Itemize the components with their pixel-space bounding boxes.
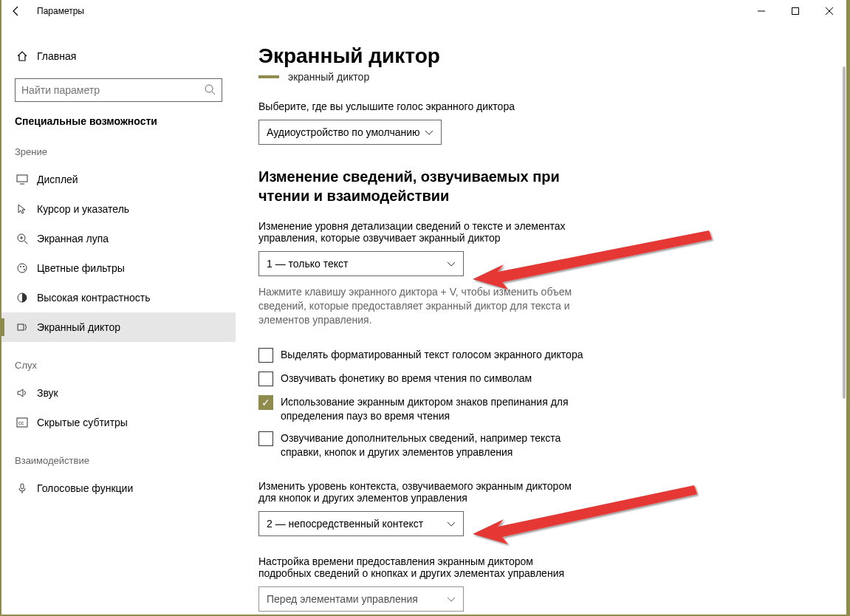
trailing-text: экранный диктор <box>288 71 369 83</box>
svg-text:cc: cc <box>18 420 24 425</box>
sidebar-item-narrator[interactable]: Экранный диктор <box>1 312 236 342</box>
sidebar-item-magnifier[interactable]: Экранная лупа <box>1 224 236 253</box>
detail-hint: Нажмите клавишу экранного диктора + V, ч… <box>258 285 583 327</box>
contrast-icon <box>15 292 30 304</box>
home-icon <box>15 50 30 62</box>
sidebar: Главная Специальные возможности Зрение Д… <box>1 22 236 615</box>
dropdown-value: 2 — непосредственный контекст <box>267 518 423 530</box>
sidebar-item-color-filters[interactable]: Цветные фильтры <box>1 253 236 283</box>
svg-rect-1 <box>792 8 799 15</box>
svg-rect-20 <box>21 484 24 489</box>
context-level-dropdown[interactable]: 2 — непосредственный контекст <box>258 511 464 536</box>
dropdown-value: Перед элементами управления <box>267 593 418 605</box>
checkbox-icon <box>258 431 273 446</box>
svg-point-14 <box>23 266 24 267</box>
detail-level-dropdown[interactable]: 1 — только текст <box>258 251 464 276</box>
sidebar-item-voice[interactable]: Голосовые функции <box>1 473 236 503</box>
checkbox-label: Озвучивание дополнительных сведений, нап… <box>281 431 598 459</box>
window-title: Параметры <box>37 6 84 16</box>
timing-dropdown[interactable]: Перед элементами управления <box>258 586 464 612</box>
settings-window: Параметры Главная <box>1 0 846 615</box>
svg-point-15 <box>24 269 25 270</box>
sidebar-item-closed-captions[interactable]: cc Скрытые субтитры <box>1 408 236 437</box>
sidebar-item-sound[interactable]: Звук <box>1 378 236 408</box>
checkbox-punctuation[interactable]: Использование экранным диктором знаков п… <box>258 395 598 423</box>
sidebar-item-label: Высокая контрастность <box>37 292 150 304</box>
dropdown-value: Аудиоустройство по умолчанию <box>267 126 420 138</box>
home-label: Главная <box>37 50 76 62</box>
checkbox-label: Выделять форматированный текст голосом э… <box>281 348 583 362</box>
sidebar-item-label: Звук <box>37 387 58 399</box>
window-controls <box>744 0 846 22</box>
checkbox-formatted-text[interactable]: Выделять форматированный текст голосом э… <box>258 348 598 363</box>
dropdown-value: 1 — только текст <box>267 258 348 270</box>
palette-icon <box>15 262 30 274</box>
section-title-change-info: Изменение сведений, озвучиваемых при чте… <box>258 167 569 205</box>
timing-label: Настройка времени предоставления экранны… <box>258 555 576 579</box>
audio-device-dropdown[interactable]: Аудиоустройство по умолчанию <box>258 120 442 145</box>
sidebar-item-label: Цветные фильтры <box>37 262 125 274</box>
checkbox-label: Использование экранным диктором знаков п… <box>281 395 598 423</box>
category-label: Специальные возможности <box>1 115 236 146</box>
chevron-down-icon <box>447 518 456 530</box>
svg-point-13 <box>20 266 21 267</box>
sidebar-item-cursor[interactable]: Курсор и указатель <box>1 194 236 224</box>
svg-point-12 <box>18 264 27 273</box>
svg-point-4 <box>205 85 213 92</box>
context-level-label: Изменить уровень контекста, озвучиваемог… <box>258 480 576 504</box>
maximize-button[interactable] <box>778 0 812 22</box>
chevron-down-icon <box>447 593 456 605</box>
minimize-button[interactable] <box>744 0 778 22</box>
content-area: Экранный диктор экранный диктор Выберите… <box>236 22 846 615</box>
checkbox-icon <box>258 372 273 386</box>
titlebar: Параметры <box>1 0 846 22</box>
group-label-interaction: Взаимодействие <box>1 455 236 473</box>
checkbox-additional-info[interactable]: Озвучивание дополнительных сведений, нап… <box>258 431 598 459</box>
search-icon <box>204 83 216 97</box>
accent-bar <box>258 75 279 78</box>
group-label-vision: Зрение <box>1 146 236 165</box>
sidebar-item-high-contrast[interactable]: Высокая контрастность <box>1 283 236 312</box>
audio-device-label: Выберите, где вы услышите голос экранног… <box>258 100 576 112</box>
sidebar-item-label: Курсор и указатель <box>37 203 129 215</box>
svg-rect-6 <box>17 175 27 182</box>
back-button[interactable] <box>1 0 31 22</box>
checkbox-label: Озвучивать фонетику во время чтения по с… <box>281 372 532 386</box>
group-label-hearing: Слух <box>1 360 236 378</box>
narrator-icon <box>15 321 30 333</box>
checkbox-icon-checked <box>258 395 273 410</box>
sidebar-item-label: Дисплей <box>37 174 78 185</box>
svg-line-11 <box>24 241 27 244</box>
sidebar-item-label: Голосовые функции <box>37 482 133 494</box>
display-icon <box>15 174 30 185</box>
trailing-toggle-fragment: экранный диктор <box>258 71 824 83</box>
chevron-down-icon <box>425 126 433 138</box>
cursor-icon <box>15 203 30 215</box>
detail-level-label: Изменение уровня детализации сведений о … <box>258 220 576 244</box>
checkbox-icon <box>258 348 273 363</box>
sidebar-item-label: Экранный диктор <box>37 321 120 333</box>
search-input[interactable] <box>15 78 222 102</box>
checkbox-phonetics[interactable]: Озвучивать фонетику во время чтения по с… <box>258 372 598 386</box>
scrollbar-thumb[interactable] <box>843 66 846 399</box>
sidebar-item-label: Экранная лупа <box>37 233 109 244</box>
chevron-down-icon <box>447 258 456 270</box>
sidebar-item-label: Скрытые субтитры <box>37 417 128 428</box>
close-button[interactable] <box>812 0 846 22</box>
sound-icon <box>15 387 30 399</box>
page-title: Экранный диктор <box>258 44 824 68</box>
cc-icon: cc <box>15 417 30 428</box>
sidebar-item-display[interactable]: Дисплей <box>1 165 236 194</box>
svg-line-5 <box>212 92 215 95</box>
home-link[interactable]: Главная <box>1 44 236 68</box>
mic-icon <box>15 482 30 494</box>
search-field[interactable] <box>21 84 204 96</box>
svg-rect-17 <box>18 324 24 330</box>
magnifier-icon <box>15 233 30 244</box>
